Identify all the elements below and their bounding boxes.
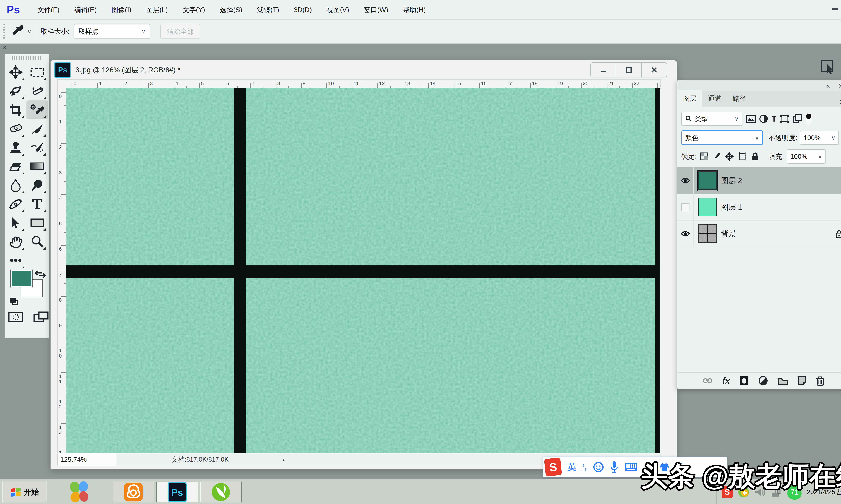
move-tool[interactable] [5, 63, 27, 82]
pen-tool[interactable] [5, 195, 27, 213]
menu-view[interactable]: 视图(V) [319, 5, 356, 15]
menu-select[interactable]: 选择(S) [212, 5, 250, 15]
menu-window[interactable]: 窗口(W) [356, 5, 395, 15]
tab-paths[interactable]: 路径 [727, 90, 752, 107]
smiley-icon[interactable] [593, 462, 604, 472]
blend-mode-dropdown[interactable]: 颜色 ∨ [681, 130, 763, 145]
toolbar-grip[interactable] [12, 56, 42, 60]
menu-file[interactable]: 文件(F) [30, 5, 67, 15]
eraser-tool[interactable] [5, 157, 27, 176]
filter-shape-icon[interactable] [780, 114, 789, 123]
menu-layer[interactable]: 图层(L) [139, 5, 175, 15]
filter-pixel-icon[interactable] [745, 114, 756, 123]
default-colors-icon[interactable] [9, 298, 19, 306]
link-icon[interactable] [702, 377, 713, 384]
ime-punct-toggle[interactable]: ’, [583, 463, 587, 471]
quick-mask-icon[interactable] [8, 312, 23, 322]
layer-row-layer2[interactable]: 图层 2 [677, 167, 841, 194]
shape-tool[interactable] [27, 213, 48, 232]
layer-name[interactable]: 图层 2 [721, 176, 742, 186]
filter-type-icon[interactable]: T [772, 114, 776, 124]
horizontal-ruler[interactable]: 01234567891011121314151617181920212223 [66, 79, 660, 89]
panel-collapse-icon[interactable]: « [826, 82, 830, 90]
doc-minimize-button[interactable] [590, 62, 616, 77]
start-button[interactable]: 开始 [2, 482, 47, 503]
lock-transparent-icon[interactable] [700, 152, 708, 161]
panel-menu-icon[interactable]: ≡ [840, 97, 841, 107]
coreldraw-taskbar-button[interactable] [200, 482, 242, 503]
foreground-color-swatch[interactable] [11, 270, 32, 287]
new-layer-icon[interactable] [797, 376, 806, 385]
layer-row-background[interactable]: 背景 [677, 220, 841, 247]
viewer-app-icon[interactable] [66, 480, 92, 504]
blur-tool[interactable] [5, 176, 27, 195]
marquee-tool[interactable] [27, 63, 48, 82]
tab-layers[interactable]: 图层 [677, 90, 702, 107]
trash-icon[interactable] [816, 376, 825, 386]
eyedropper-tool-icon[interactable] [10, 24, 25, 39]
lasso-tool[interactable] [5, 82, 27, 101]
more-tools[interactable] [5, 251, 27, 270]
layer-thumbnail[interactable] [698, 198, 717, 216]
adjustment-icon[interactable] [758, 376, 768, 385]
screen-mode-icon[interactable] [33, 311, 49, 323]
uc-browser-taskbar-button[interactable] [113, 482, 154, 503]
sample-size-dropdown[interactable]: 取样点 ∨ [74, 24, 150, 39]
path-select-tool[interactable] [5, 213, 27, 232]
layer-thumbnail[interactable] [698, 224, 717, 243]
layer-name[interactable]: 图层 1 [721, 202, 742, 212]
gradient-tool[interactable] [27, 157, 48, 176]
visibility-toggle[interactable] [677, 194, 694, 220]
app-minimize-button[interactable] [823, 0, 841, 14]
menu-edit[interactable]: 编辑(E) [67, 5, 104, 15]
layer-thumbnail[interactable] [698, 172, 717, 190]
ruler-corner[interactable] [57, 79, 67, 89]
type-tool[interactable] [27, 195, 48, 213]
layer-filter-dropdown[interactable]: 类型 ∨ [681, 111, 742, 126]
clear-all-button[interactable]: 清除全部 [160, 24, 200, 39]
doc-restore-button[interactable] [616, 62, 641, 77]
zoom-tool[interactable] [27, 232, 48, 251]
vertical-ruler[interactable]: 01234567891011121314 [57, 88, 67, 453]
patch-tool[interactable] [5, 119, 27, 138]
canvas[interactable] [66, 88, 660, 453]
filter-smart-object-icon[interactable] [792, 114, 802, 123]
history-brush-tool[interactable] [27, 138, 48, 157]
menu-filter[interactable]: 滤镜(T) [250, 5, 287, 15]
layer-row-layer1[interactable]: 图层 1 [677, 194, 841, 220]
swap-colors-icon[interactable] [34, 269, 46, 280]
panel-close-icon[interactable]: ✕ [838, 82, 841, 90]
lock-artboard-icon[interactable] [738, 152, 747, 161]
status-chevron[interactable]: › [282, 456, 285, 463]
menu-help[interactable]: 帮助(H) [395, 5, 433, 15]
keyboard-icon[interactable] [625, 462, 637, 472]
crop-tool[interactable] [5, 101, 27, 119]
filter-adjustment-icon[interactable] [759, 114, 768, 123]
eyedropper-tool[interactable] [27, 101, 48, 119]
mic-icon[interactable] [610, 461, 618, 473]
visibility-toggle[interactable] [677, 220, 694, 247]
layer-name[interactable]: 背景 [721, 229, 736, 239]
document-title-bar[interactable]: Ps 3.jpg @ 126% (图层 2, RGB/8#) * [51, 60, 676, 79]
photoshop-taskbar-button[interactable]: Ps [156, 482, 198, 503]
hand-tool[interactable] [5, 232, 27, 251]
menu-image[interactable]: 图像(I) [104, 5, 139, 15]
opacity-field[interactable]: 100% ∨ [800, 130, 839, 145]
tab-channels[interactable]: 通道 [702, 90, 727, 107]
ime-mode-toggle[interactable]: 英 [567, 461, 576, 473]
clone-stamp-tool[interactable] [5, 138, 27, 157]
menu-type[interactable]: 文字(Y) [175, 5, 212, 15]
magic-wand-tool[interactable] [27, 82, 48, 101]
toolbar-collapse-button[interactable]: « [2, 43, 6, 51]
dodge-tool[interactable] [27, 176, 48, 195]
lock-pixel-icon[interactable] [713, 152, 721, 161]
doc-close-button[interactable] [641, 62, 667, 77]
sogou-logo[interactable]: S [544, 457, 562, 476]
zoom-level-field[interactable]: 125.74% [57, 453, 116, 466]
lock-position-icon[interactable] [725, 152, 734, 161]
visibility-toggle[interactable] [677, 167, 694, 194]
layer-mask-icon[interactable] [739, 376, 749, 386]
menu-3d[interactable]: 3D(D) [287, 6, 319, 14]
tool-preset-chevron[interactable]: ∨ [27, 28, 32, 35]
fx-icon[interactable]: fx [722, 376, 730, 386]
